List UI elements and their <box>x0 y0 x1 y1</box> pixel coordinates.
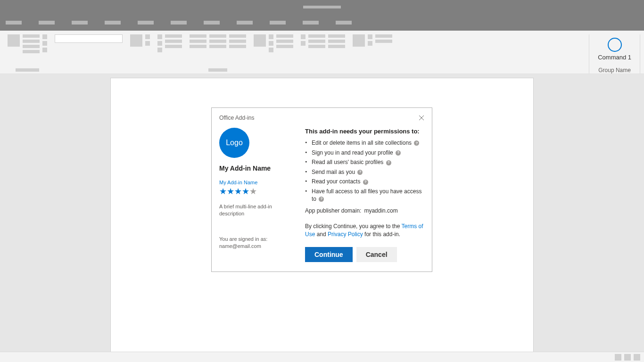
cancel-button[interactable]: Cancel <box>356 247 397 262</box>
star-icon: ★ <box>219 187 227 196</box>
addin-link[interactable]: My Add-in Name <box>219 180 292 185</box>
dialog-title: Office Add-ins <box>219 115 254 121</box>
command-button[interactable]: Command 1 <box>593 34 636 64</box>
ribbon-input[interactable] <box>55 34 123 43</box>
star-icon: ★ <box>249 187 257 196</box>
permission-item: Edit or delete items in all site collect… <box>305 140 424 147</box>
star-icon: ★ <box>242 187 249 196</box>
publisher-domain-value: myaddin.com <box>364 207 397 214</box>
permission-item: Sign you in and read your profile ? <box>305 149 424 157</box>
rating-stars: ★★★★★ <box>219 187 292 196</box>
permissions-title: This add-in needs your permissions to: <box>305 128 424 135</box>
title-placeholder <box>303 6 341 8</box>
signed-in-label: You are signed in as: <box>219 236 267 242</box>
agreement-text: By clicking Continue, you agree to the T… <box>305 222 424 239</box>
command-icon <box>608 38 622 52</box>
permission-item: Have full access to all files you have a… <box>305 188 424 203</box>
ribbon-group <box>154 34 186 74</box>
status-bar-item[interactable] <box>634 354 640 361</box>
dialog-left-panel: Logo My Add-in Name My Add-in Name ★★★★★… <box>219 128 292 262</box>
permission-item: Read all users' basic profiles ? <box>305 159 424 166</box>
addin-description: A brief multi-line add-in description <box>219 203 292 218</box>
status-bar-item[interactable] <box>615 354 621 361</box>
group-name-label: Group Name <box>598 67 631 74</box>
addin-logo: Logo <box>219 128 249 158</box>
permission-item: Read your contacts ? <box>305 178 424 186</box>
ribbon-group <box>297 34 349 74</box>
star-icon: ★ <box>227 187 234 196</box>
ribbon-group <box>4 34 51 74</box>
tab-placeholder[interactable] <box>6 21 22 25</box>
ribbon-addin-section: Command 1 Group Name <box>589 34 640 74</box>
office-addins-dialog: Office Add-ins Logo My Add-in Name My Ad… <box>211 107 432 272</box>
status-bar-item[interactable] <box>624 354 631 361</box>
ribbon-group <box>186 34 250 74</box>
signed-in-info: You are signed in as: name@email.com <box>219 236 292 250</box>
tab-placeholder[interactable] <box>303 21 319 25</box>
permission-item: Send mail as you ? <box>305 169 424 176</box>
logo-text: Logo <box>226 139 243 147</box>
ribbon-group <box>250 34 297 74</box>
signed-in-email: name@email.com <box>219 243 261 249</box>
info-icon[interactable]: ? <box>396 150 401 156</box>
privacy-policy-link[interactable]: Privacy Policy <box>328 231 363 238</box>
command-label: Command 1 <box>598 54 631 61</box>
info-icon[interactable]: ? <box>363 180 368 185</box>
tab-placeholder[interactable] <box>72 21 88 25</box>
dialog-right-panel: This add-in needs your permissions to: E… <box>305 128 424 262</box>
close-icon[interactable] <box>419 115 424 121</box>
document-area: Office Add-ins Logo My Add-in Name My Ad… <box>0 74 644 352</box>
info-icon[interactable]: ? <box>319 197 324 202</box>
tab-placeholder[interactable] <box>270 21 286 25</box>
document-page[interactable]: Office Add-ins Logo My Add-in Name My Ad… <box>110 78 534 355</box>
publisher-label: App publisher domain: <box>305 207 361 214</box>
tab-placeholder[interactable] <box>39 21 55 25</box>
ribbon: Command 1 Group Name <box>0 31 644 74</box>
tab-placeholder[interactable] <box>105 21 121 25</box>
ribbon-group <box>51 34 126 74</box>
tab-placeholder[interactable] <box>138 21 154 25</box>
continue-button[interactable]: Continue <box>305 247 353 262</box>
addin-name: My Add-in Name <box>219 165 292 172</box>
permissions-list: Edit or delete items in all site collect… <box>305 140 424 203</box>
tab-placeholder[interactable] <box>204 21 220 25</box>
info-icon[interactable]: ? <box>357 170 363 175</box>
tab-placeholder[interactable] <box>171 21 187 25</box>
star-icon: ★ <box>234 187 242 196</box>
tabs-bar <box>0 14 644 31</box>
tab-placeholder[interactable] <box>336 21 352 25</box>
status-bar <box>0 352 644 362</box>
ribbon-group <box>126 34 154 74</box>
publisher-domain: App publisher domain:myaddin.com <box>305 207 424 214</box>
info-icon[interactable]: ? <box>414 140 419 146</box>
ribbon-group <box>349 34 396 74</box>
info-icon[interactable]: ? <box>386 160 391 165</box>
title-bar <box>0 0 644 14</box>
tab-placeholder[interactable] <box>237 21 253 25</box>
